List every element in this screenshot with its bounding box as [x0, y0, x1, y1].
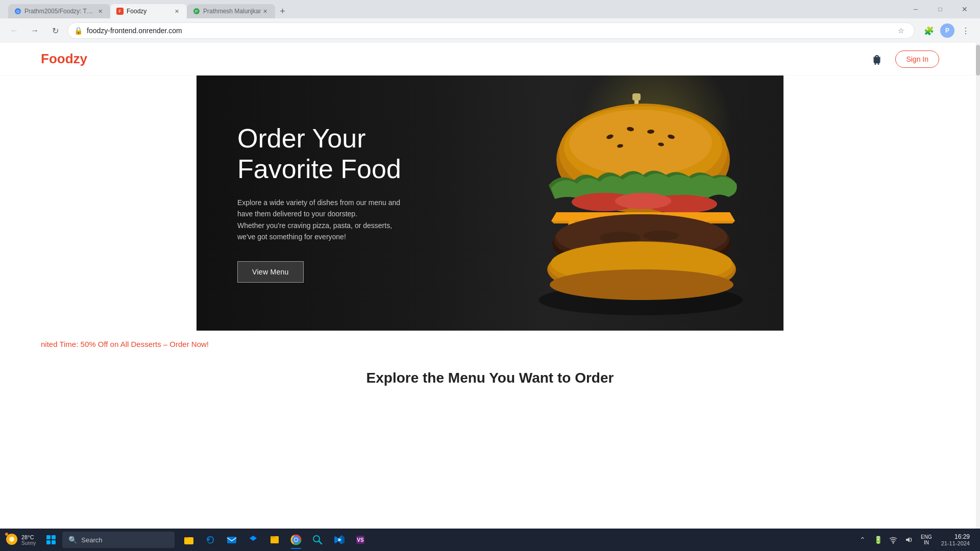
start-button[interactable] — [42, 531, 60, 549]
hero-subtitle: Explore a wide variety of dishes from ou… — [237, 197, 411, 243]
hero-section: Order YourFavorite Food Explore a wide v… — [197, 76, 783, 331]
address-bar: ← → ↻ 🔒 foodzy-frontend.onrender.com ☆ 🧩… — [0, 18, 980, 43]
svg-text:P: P — [195, 9, 198, 14]
back-button[interactable]: ← — [6, 22, 22, 39]
language-indicator[interactable]: ENG IN — [918, 534, 935, 545]
language-secondary: IN — [924, 540, 929, 545]
taskbar-file-explorer[interactable] — [179, 530, 199, 550]
svg-point-8 — [878, 63, 879, 65]
offer-banner: nited Time: 50% Off on All Desserts – Or… — [0, 331, 980, 358]
taskbar-search-icon: 🔍 — [68, 536, 77, 544]
svg-rect-41 — [271, 536, 275, 538]
reload-button[interactable]: ↻ — [47, 22, 63, 39]
view-menu-button[interactable]: View Menu — [237, 261, 304, 283]
tab3-favicon: P — [193, 8, 200, 15]
bookmark-button[interactable]: ☆ — [894, 23, 908, 38]
browser-tab-3[interactable]: P Prathmesh Malunjkar ✕ — [187, 4, 275, 18]
url-bar[interactable]: 🔒 foodzy-frontend.onrender.com ☆ — [67, 22, 915, 39]
svg-point-47 — [295, 538, 298, 541]
svg-text:G: G — [16, 9, 19, 14]
clock-time: 16:29 — [954, 533, 970, 540]
svg-rect-35 — [52, 535, 56, 539]
weather-condition: Sunny — [21, 540, 36, 546]
minimize-button[interactable]: ─ — [904, 2, 927, 16]
forward-button[interactable]: → — [27, 22, 43, 39]
window-controls: ─ □ ✕ — [904, 2, 976, 16]
profile-button[interactable]: P — [939, 22, 955, 39]
menu-button[interactable]: ⋮ — [958, 22, 974, 39]
clock-date: 21-11-2024 — [941, 540, 970, 546]
tabs-container: G Prathm2005/Foodzy: This is foo... ✕ F … — [4, 0, 902, 18]
svg-rect-37 — [52, 540, 56, 544]
language-primary: ENG — [921, 534, 932, 540]
tab2-title: Foodzy — [127, 8, 173, 15]
hero-wrapper: Order YourFavorite Food Explore a wide v… — [0, 76, 980, 331]
tab2-close[interactable]: ✕ — [173, 7, 181, 15]
webpage-content: Foodzy Sign In Order YourFavorite Food — [0, 43, 980, 529]
maximize-button[interactable]: □ — [929, 2, 951, 16]
svg-text:VS: VS — [357, 537, 364, 543]
svg-point-7 — [875, 63, 876, 65]
svg-point-29 — [643, 231, 679, 241]
tab3-title: Prathmesh Malunjkar — [203, 8, 261, 15]
svg-rect-36 — [46, 540, 51, 544]
site-logo[interactable]: Foodzy — [41, 51, 87, 67]
svg-rect-38 — [184, 537, 193, 544]
burger-svg — [508, 86, 773, 320]
url-text: foodzy-frontend.onrender.com — [87, 27, 894, 35]
taskbar-vs[interactable]: VS — [350, 530, 371, 550]
svg-text:F: F — [118, 9, 121, 14]
browser-tab-1[interactable]: G Prathm2005/Foodzy: This is foo... ✕ — [8, 4, 110, 18]
new-tab-button[interactable]: + — [275, 4, 289, 18]
cart-button[interactable] — [867, 49, 887, 69]
browser-tab-2[interactable]: F Foodzy ✕ — [110, 4, 187, 18]
section-heading: Explore the Menu You Want to Order — [0, 358, 980, 392]
taskbar-apps: VS — [179, 530, 371, 550]
svg-point-24 — [615, 193, 671, 209]
browser-actions: 🧩 P ⋮ — [921, 22, 974, 39]
tab1-close[interactable]: ✕ — [96, 7, 104, 15]
tray-network-icon[interactable] — [886, 533, 900, 547]
tab2-favicon: F — [116, 8, 124, 15]
svg-rect-39 — [227, 537, 236, 543]
svg-point-33 — [550, 269, 733, 300]
weather-temperature: 28°C — [21, 534, 36, 540]
scrollbar-thumb[interactable] — [976, 45, 980, 76]
taskbar: 28°C Sunny 🔍 Search — [0, 529, 980, 551]
svg-line-49 — [319, 541, 322, 544]
hero-burger-image — [508, 86, 763, 320]
close-button[interactable]: ✕ — [953, 2, 976, 16]
svg-rect-34 — [46, 535, 51, 539]
tray-expand-button[interactable]: ⌃ — [855, 533, 870, 547]
taskbar-vscode[interactable] — [329, 530, 349, 550]
taskbar-files[interactable] — [264, 530, 285, 550]
nav-right: Sign In — [867, 49, 939, 69]
taskbar-chrome[interactable] — [286, 530, 306, 550]
taskbar-dropbox[interactable] — [243, 530, 263, 550]
scrollbar[interactable] — [976, 43, 980, 551]
taskbar-search-text: Search — [81, 536, 102, 544]
taskbar-clock[interactable]: 16:29 21-11-2024 — [937, 533, 974, 546]
offer-text: nited Time: 50% Off on All Desserts – Or… — [41, 340, 209, 348]
taskbar-mail[interactable] — [222, 530, 242, 550]
hero-content: Order YourFavorite Food Explore a wide v… — [197, 93, 452, 313]
taskbar-search-bar[interactable]: 🔍 Search — [62, 532, 175, 548]
taskbar-magnifier[interactable] — [307, 530, 328, 550]
tray-volume-icon[interactable] — [901, 533, 916, 547]
svg-rect-11 — [632, 93, 641, 101]
tray-battery-icon[interactable]: 🔋 — [871, 533, 885, 547]
sign-in-button[interactable]: Sign In — [895, 51, 939, 68]
profile-avatar: P — [940, 23, 954, 38]
hero-title: Order YourFavorite Food — [237, 123, 411, 185]
tab1-title: Prathm2005/Foodzy: This is foo... — [24, 8, 96, 15]
taskbar-right: ⌃ 🔋 ENG IN 16:29 21-11-2024 — [855, 533, 974, 547]
svg-point-52 — [893, 542, 894, 544]
extensions-button[interactable]: 🧩 — [921, 22, 937, 39]
system-tray: ⌃ 🔋 — [855, 533, 916, 547]
title-bar: G Prathm2005/Foodzy: This is foo... ✕ F … — [0, 0, 980, 18]
tab3-close[interactable]: ✕ — [261, 7, 269, 15]
explore-menu-heading: Explore the Menu You Want to Order — [366, 370, 614, 386]
taskbar-edge[interactable] — [200, 530, 220, 550]
weather-widget[interactable]: 28°C Sunny — [6, 534, 36, 546]
site-navigation: Foodzy Sign In — [0, 43, 980, 76]
